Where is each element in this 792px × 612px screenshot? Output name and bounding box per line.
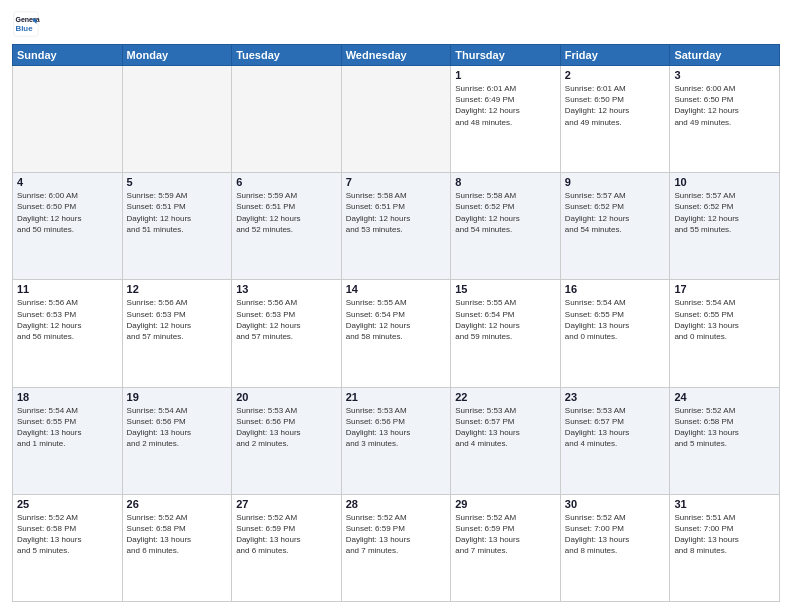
calendar-cell <box>122 66 232 173</box>
day-info: Sunrise: 5:56 AMSunset: 6:53 PMDaylight:… <box>127 297 228 342</box>
day-number: 21 <box>346 391 447 403</box>
day-info: Sunrise: 5:59 AMSunset: 6:51 PMDaylight:… <box>127 190 228 235</box>
day-number: 2 <box>565 69 666 81</box>
day-header-thursday: Thursday <box>451 45 561 66</box>
calendar-cell: 23Sunrise: 5:53 AMSunset: 6:57 PMDayligh… <box>560 387 670 494</box>
calendar-cell: 16Sunrise: 5:54 AMSunset: 6:55 PMDayligh… <box>560 280 670 387</box>
day-info: Sunrise: 5:51 AMSunset: 7:00 PMDaylight:… <box>674 512 775 557</box>
day-info: Sunrise: 5:56 AMSunset: 6:53 PMDaylight:… <box>17 297 118 342</box>
day-info: Sunrise: 5:58 AMSunset: 6:51 PMDaylight:… <box>346 190 447 235</box>
day-info: Sunrise: 5:57 AMSunset: 6:52 PMDaylight:… <box>565 190 666 235</box>
day-number: 18 <box>17 391 118 403</box>
day-header-friday: Friday <box>560 45 670 66</box>
calendar-cell: 30Sunrise: 5:52 AMSunset: 7:00 PMDayligh… <box>560 494 670 601</box>
day-number: 20 <box>236 391 337 403</box>
day-header-monday: Monday <box>122 45 232 66</box>
calendar-cell: 5Sunrise: 5:59 AMSunset: 6:51 PMDaylight… <box>122 173 232 280</box>
calendar-cell: 18Sunrise: 5:54 AMSunset: 6:55 PMDayligh… <box>13 387 123 494</box>
day-header-tuesday: Tuesday <box>232 45 342 66</box>
day-info: Sunrise: 5:54 AMSunset: 6:55 PMDaylight:… <box>674 297 775 342</box>
calendar-cell: 11Sunrise: 5:56 AMSunset: 6:53 PMDayligh… <box>13 280 123 387</box>
calendar-cell: 24Sunrise: 5:52 AMSunset: 6:58 PMDayligh… <box>670 387 780 494</box>
day-info: Sunrise: 6:01 AMSunset: 6:49 PMDaylight:… <box>455 83 556 128</box>
calendar-cell: 21Sunrise: 5:53 AMSunset: 6:56 PMDayligh… <box>341 387 451 494</box>
day-info: Sunrise: 6:01 AMSunset: 6:50 PMDaylight:… <box>565 83 666 128</box>
day-info: Sunrise: 6:00 AMSunset: 6:50 PMDaylight:… <box>674 83 775 128</box>
day-number: 17 <box>674 283 775 295</box>
calendar-cell: 27Sunrise: 5:52 AMSunset: 6:59 PMDayligh… <box>232 494 342 601</box>
day-info: Sunrise: 5:53 AMSunset: 6:57 PMDaylight:… <box>455 405 556 450</box>
day-number: 7 <box>346 176 447 188</box>
logo: General Blue <box>12 10 44 38</box>
day-number: 15 <box>455 283 556 295</box>
calendar-week-row: 11Sunrise: 5:56 AMSunset: 6:53 PMDayligh… <box>13 280 780 387</box>
day-info: Sunrise: 5:59 AMSunset: 6:51 PMDaylight:… <box>236 190 337 235</box>
page: General Blue SundayMondayTuesdayWednesda… <box>0 0 792 612</box>
day-number: 11 <box>17 283 118 295</box>
calendar-cell <box>341 66 451 173</box>
day-number: 23 <box>565 391 666 403</box>
day-number: 6 <box>236 176 337 188</box>
day-number: 31 <box>674 498 775 510</box>
day-number: 14 <box>346 283 447 295</box>
calendar-cell: 31Sunrise: 5:51 AMSunset: 7:00 PMDayligh… <box>670 494 780 601</box>
calendar-cell: 4Sunrise: 6:00 AMSunset: 6:50 PMDaylight… <box>13 173 123 280</box>
calendar-week-row: 25Sunrise: 5:52 AMSunset: 6:58 PMDayligh… <box>13 494 780 601</box>
day-info: Sunrise: 6:00 AMSunset: 6:50 PMDaylight:… <box>17 190 118 235</box>
calendar-week-row: 4Sunrise: 6:00 AMSunset: 6:50 PMDaylight… <box>13 173 780 280</box>
header: General Blue <box>12 10 780 38</box>
day-info: Sunrise: 5:52 AMSunset: 6:58 PMDaylight:… <box>674 405 775 450</box>
day-number: 28 <box>346 498 447 510</box>
day-info: Sunrise: 5:55 AMSunset: 6:54 PMDaylight:… <box>346 297 447 342</box>
calendar-week-row: 1Sunrise: 6:01 AMSunset: 6:49 PMDaylight… <box>13 66 780 173</box>
calendar-cell: 25Sunrise: 5:52 AMSunset: 6:58 PMDayligh… <box>13 494 123 601</box>
day-info: Sunrise: 5:52 AMSunset: 6:59 PMDaylight:… <box>236 512 337 557</box>
calendar-cell: 6Sunrise: 5:59 AMSunset: 6:51 PMDaylight… <box>232 173 342 280</box>
calendar-cell: 19Sunrise: 5:54 AMSunset: 6:56 PMDayligh… <box>122 387 232 494</box>
calendar-cell: 3Sunrise: 6:00 AMSunset: 6:50 PMDaylight… <box>670 66 780 173</box>
day-number: 26 <box>127 498 228 510</box>
day-info: Sunrise: 5:57 AMSunset: 6:52 PMDaylight:… <box>674 190 775 235</box>
day-header-wednesday: Wednesday <box>341 45 451 66</box>
calendar-cell: 10Sunrise: 5:57 AMSunset: 6:52 PMDayligh… <box>670 173 780 280</box>
day-info: Sunrise: 5:54 AMSunset: 6:55 PMDaylight:… <box>17 405 118 450</box>
calendar-cell: 15Sunrise: 5:55 AMSunset: 6:54 PMDayligh… <box>451 280 561 387</box>
day-info: Sunrise: 5:52 AMSunset: 6:59 PMDaylight:… <box>455 512 556 557</box>
day-number: 10 <box>674 176 775 188</box>
calendar-cell <box>232 66 342 173</box>
calendar-cell <box>13 66 123 173</box>
logo-icon: General Blue <box>12 10 40 38</box>
day-info: Sunrise: 5:52 AMSunset: 6:58 PMDaylight:… <box>17 512 118 557</box>
day-number: 27 <box>236 498 337 510</box>
calendar-table: SundayMondayTuesdayWednesdayThursdayFrid… <box>12 44 780 602</box>
calendar-cell: 12Sunrise: 5:56 AMSunset: 6:53 PMDayligh… <box>122 280 232 387</box>
day-number: 25 <box>17 498 118 510</box>
day-number: 12 <box>127 283 228 295</box>
day-number: 9 <box>565 176 666 188</box>
day-number: 19 <box>127 391 228 403</box>
day-header-saturday: Saturday <box>670 45 780 66</box>
calendar-cell: 20Sunrise: 5:53 AMSunset: 6:56 PMDayligh… <box>232 387 342 494</box>
day-number: 16 <box>565 283 666 295</box>
day-number: 22 <box>455 391 556 403</box>
calendar-week-row: 18Sunrise: 5:54 AMSunset: 6:55 PMDayligh… <box>13 387 780 494</box>
calendar-cell: 2Sunrise: 6:01 AMSunset: 6:50 PMDaylight… <box>560 66 670 173</box>
calendar-cell: 28Sunrise: 5:52 AMSunset: 6:59 PMDayligh… <box>341 494 451 601</box>
day-info: Sunrise: 5:55 AMSunset: 6:54 PMDaylight:… <box>455 297 556 342</box>
calendar-cell: 7Sunrise: 5:58 AMSunset: 6:51 PMDaylight… <box>341 173 451 280</box>
calendar-cell: 29Sunrise: 5:52 AMSunset: 6:59 PMDayligh… <box>451 494 561 601</box>
calendar-cell: 17Sunrise: 5:54 AMSunset: 6:55 PMDayligh… <box>670 280 780 387</box>
day-info: Sunrise: 5:54 AMSunset: 6:55 PMDaylight:… <box>565 297 666 342</box>
calendar-header-row: SundayMondayTuesdayWednesdayThursdayFrid… <box>13 45 780 66</box>
day-info: Sunrise: 5:54 AMSunset: 6:56 PMDaylight:… <box>127 405 228 450</box>
calendar-cell: 1Sunrise: 6:01 AMSunset: 6:49 PMDaylight… <box>451 66 561 173</box>
calendar-cell: 9Sunrise: 5:57 AMSunset: 6:52 PMDaylight… <box>560 173 670 280</box>
day-info: Sunrise: 5:58 AMSunset: 6:52 PMDaylight:… <box>455 190 556 235</box>
calendar-cell: 22Sunrise: 5:53 AMSunset: 6:57 PMDayligh… <box>451 387 561 494</box>
calendar-cell: 14Sunrise: 5:55 AMSunset: 6:54 PMDayligh… <box>341 280 451 387</box>
day-info: Sunrise: 5:52 AMSunset: 6:58 PMDaylight:… <box>127 512 228 557</box>
day-number: 5 <box>127 176 228 188</box>
day-number: 4 <box>17 176 118 188</box>
day-number: 8 <box>455 176 556 188</box>
day-number: 1 <box>455 69 556 81</box>
